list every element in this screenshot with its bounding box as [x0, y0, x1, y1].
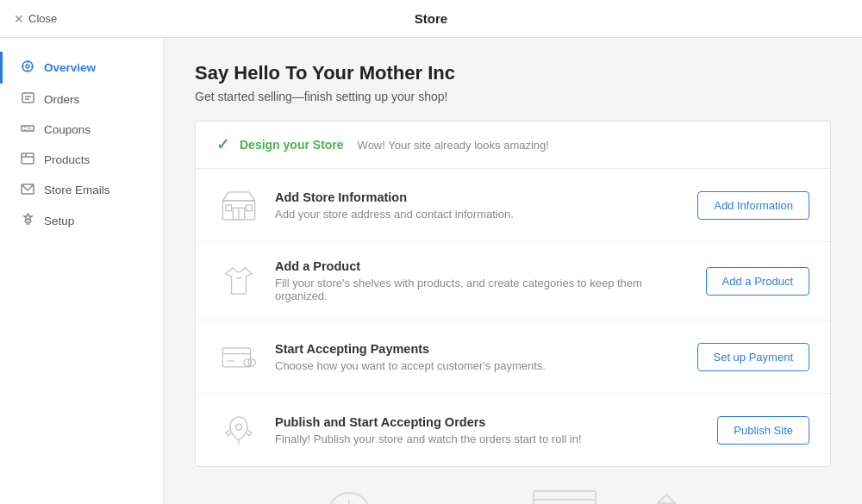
sidebar-item-label: Products	[44, 153, 90, 166]
credit-card-icon	[220, 339, 258, 374]
clock-illustration	[323, 488, 375, 504]
design-store-step: ✓ Design your Store Wow! Your site alrea…	[196, 121, 830, 169]
product-shirt-icon	[220, 264, 258, 298]
overview-icon	[20, 59, 35, 76]
sidebar-item-coupons[interactable]: % Coupons	[0, 115, 163, 145]
add-product-step: Add a Product Fill your store's shelves …	[196, 242, 830, 320]
payments-title: Start Accepting Payments	[275, 342, 684, 356]
add-store-info-step: Add Store Information Add your store add…	[196, 169, 830, 242]
store-info-title: Add Store Information	[275, 190, 684, 204]
sidebar-item-orders[interactable]: Orders	[0, 84, 163, 115]
payments-content: Start Accepting Payments Choose how you …	[275, 342, 684, 372]
sidebar-item-label: Coupons	[44, 123, 91, 136]
store-info-content: Add Store Information Add your store add…	[275, 190, 684, 221]
svg-rect-6	[22, 93, 34, 103]
sidebar-item-label: Overview	[44, 61, 96, 74]
window-title: Store	[415, 11, 447, 26]
close-icon: ✕	[14, 12, 24, 26]
sidebar-item-label: Orders	[44, 93, 79, 106]
add-product-button[interactable]: Add a Product	[706, 267, 809, 296]
svg-rect-24	[222, 348, 250, 367]
add-product-content: Add a Product Fill your store's shelves …	[275, 259, 692, 302]
page-subtitle: Get started selling—finish setting up yo…	[195, 90, 831, 103]
close-label: Close	[28, 12, 57, 25]
building-illustration	[651, 488, 703, 504]
store-info-icon-wrap	[216, 186, 261, 224]
sidebar-item-setup[interactable]: Setup	[0, 205, 163, 236]
payments-desc: Choose how you want to accept customer's…	[275, 359, 684, 372]
steps-card: ✓ Design your Store Wow! Your site alrea…	[195, 121, 831, 467]
svg-rect-21	[226, 205, 232, 211]
main-content: Say Hello To Your Mother Inc Get started…	[164, 38, 862, 504]
coupons-icon: %	[20, 122, 35, 137]
app-layout: Overview Orders % Coupons	[0, 38, 862, 504]
page-title: Say Hello To Your Mother Inc	[195, 62, 831, 84]
sidebar-item-label: Setup	[44, 215, 74, 227]
design-store-label: Design your Store	[240, 138, 344, 152]
payments-step: Start Accepting Payments Choose how you …	[196, 320, 830, 394]
sidebar-item-label: Store Emails	[44, 184, 110, 196]
publish-title: Publish and Start Accepting Orders	[275, 415, 703, 429]
sidebar-item-overview[interactable]: Overview	[0, 52, 163, 84]
hand-illustration	[427, 488, 478, 504]
svg-point-28	[248, 359, 255, 366]
orders-icon	[20, 91, 35, 107]
add-product-desc: Fill your store's shelves with products,…	[275, 277, 692, 302]
add-product-title: Add a Product	[275, 259, 692, 273]
svg-text:%: %	[27, 126, 32, 131]
store-building-icon	[220, 188, 258, 222]
screen-illustration	[530, 488, 599, 504]
svg-rect-35	[534, 491, 596, 504]
sidebar: Overview Orders % Coupons	[0, 38, 164, 504]
bottom-illustrations	[195, 467, 831, 504]
setup-icon	[20, 213, 35, 228]
publish-step: Publish and Start Accepting Orders Final…	[196, 394, 830, 466]
store-info-desc: Add your store address and contact infor…	[275, 208, 684, 221]
svg-point-29	[236, 424, 242, 430]
publish-site-button[interactable]: Publish Site	[717, 416, 809, 445]
sidebar-item-products[interactable]: Products	[0, 145, 163, 175]
svg-rect-22	[246, 205, 252, 211]
product-icon-wrap	[216, 262, 261, 300]
checkmark-icon: ✓	[216, 135, 229, 154]
publish-desc: Finally! Publish your store and watch th…	[275, 432, 703, 445]
store-emails-icon	[20, 183, 35, 197]
add-information-button[interactable]: Add Information	[697, 191, 809, 220]
svg-point-1	[26, 65, 29, 68]
publish-content: Publish and Start Accepting Orders Final…	[275, 415, 703, 445]
rocket-icon	[220, 413, 258, 447]
top-bar: ✕ Close Store	[0, 0, 862, 38]
svg-rect-11	[22, 153, 34, 164]
payments-icon-wrap	[216, 338, 261, 376]
publish-icon-wrap	[216, 411, 261, 449]
products-icon	[20, 152, 35, 167]
design-store-desc: Wow! Your site already looks amazing!	[358, 139, 549, 152]
setup-payment-button[interactable]: Set up Payment	[697, 343, 810, 371]
close-button[interactable]: ✕ Close	[14, 12, 57, 26]
sidebar-item-store-emails[interactable]: Store Emails	[0, 175, 163, 205]
